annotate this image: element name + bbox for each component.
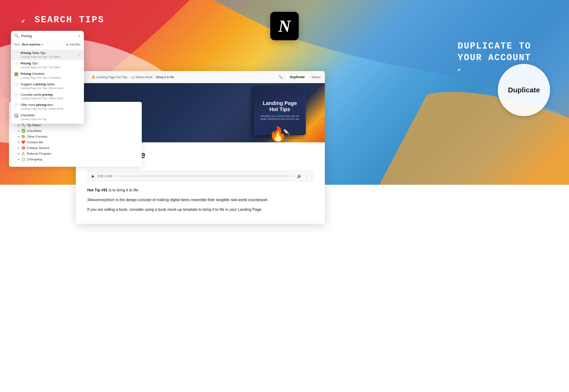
tip-filters-icon: 🔍 bbox=[21, 123, 25, 127]
breadcrumb-separator: / bbox=[154, 75, 155, 79]
breadcrumb-separator: / bbox=[129, 75, 130, 79]
marshmallow-decoration: 🍡 bbox=[283, 129, 290, 135]
sidebar-child-referral-program[interactable]: ▶ 🙏 Referral Program bbox=[16, 151, 140, 156]
search-icon: 🔍 bbox=[14, 34, 19, 38]
result-title: Suggest a pricing option bbox=[21, 83, 81, 86]
checklists-icon: ✅ bbox=[21, 129, 25, 133]
play-button[interactable]: ▶ bbox=[92, 174, 95, 178]
result-content: Consider parity pricing Landing Page Hot… bbox=[21, 93, 81, 100]
search-result-item[interactable]: ☑️ Checklists Landing Page Hot Tips bbox=[11, 112, 84, 122]
chevron-right-icon: ▶ bbox=[18, 158, 20, 161]
body-paragraph-1: Hot Tip #91 is to bring it to life. bbox=[87, 187, 313, 193]
result-title: Pricing Checklist bbox=[21, 72, 81, 76]
search-result-item[interactable]: 📄 Pricing Tips Landing Page Hot Tips / T… bbox=[11, 60, 84, 70]
chevron-right-icon: ▶ bbox=[18, 147, 20, 149]
volume-icon[interactable]: 🔊 bbox=[297, 174, 302, 178]
duplicate-button[interactable]: Duplicate bbox=[285, 73, 309, 81]
audio-progress-bar[interactable] bbox=[115, 176, 294, 176]
result-title: Pricing Table Tips bbox=[21, 51, 81, 55]
contact-me-label: Contact Me bbox=[27, 140, 43, 144]
contact-me-icon: ❤️ bbox=[21, 140, 25, 144]
browser-actions: 🔍 Duplicate Notion bbox=[278, 73, 321, 81]
result-path: Landing Page Hot Tips / Notion Book bbox=[21, 107, 81, 110]
referral-program-label: Referral Program bbox=[27, 152, 51, 155]
result-icon: ☑️ bbox=[14, 114, 18, 117]
result-title: Consider parity pricing bbox=[21, 93, 81, 97]
critique-service-label: Critique Service bbox=[27, 146, 49, 150]
breadcrumb: 🔥 Landing Page Hot Tips / 📖 Notion Book … bbox=[91, 75, 276, 79]
result-content: Pricing Tips Landing Page Hot Tips / Tip… bbox=[21, 62, 81, 69]
sidebar-child-critique-service[interactable]: ▶ 🎯 Critique Service bbox=[16, 145, 140, 151]
search-input-row: 🔍 ✕ bbox=[11, 31, 84, 41]
result-path: Landing Page Hot Tips / Tip Filters bbox=[21, 66, 81, 69]
result-title: Offer more pricing tiers bbox=[21, 103, 81, 107]
search-result-item[interactable]: 🟩 Pricing Checklist Landing Page Hot Tip… bbox=[11, 70, 84, 81]
body-paragraph-2: Skeuomorphism is the design concept of m… bbox=[87, 196, 313, 203]
duplicate-circle-text: Duplicate bbox=[508, 86, 540, 94]
breadcrumb-home[interactable]: 🔥 Landing Page Hot Tips bbox=[91, 75, 127, 79]
add-filter-button[interactable]: ⊕ Add filter bbox=[66, 43, 81, 46]
result-icon: 📄 bbox=[14, 83, 18, 86]
search-result-item[interactable]: 📄 Offer more pricing tiers Landing Page … bbox=[11, 101, 84, 112]
browser-search-icon[interactable]: 🔍 bbox=[278, 75, 283, 79]
sidebar-child-checklists[interactable]: ▶ ✅ Checklists bbox=[16, 128, 140, 134]
search-results-list: 📄 Pricing Table Tips Landing Page Hot Ti… bbox=[11, 48, 84, 124]
skeuomorphism-italic: Skeuomorphism bbox=[87, 198, 115, 202]
sidebar-child-other-formats[interactable]: ▶ 🎨 Other Formats bbox=[16, 134, 140, 139]
referral-program-icon: 🙏 bbox=[21, 152, 25, 155]
search-result-item[interactable]: 📄 Consider parity pricing Landing Page H… bbox=[11, 91, 84, 102]
notion-logo: N bbox=[270, 12, 299, 40]
notion-badge: Notion bbox=[311, 75, 321, 79]
result-icon: 📄 bbox=[14, 93, 18, 97]
audio-player: ▶ 0:00 / 0:00 🔊 ⋮ bbox=[87, 170, 313, 182]
notion-browser-bar: ← → 🔥 Landing Page Hot Tips / 📖 Notion B… bbox=[76, 71, 325, 83]
result-path: Landing Page Hot Tips / Tip Filters bbox=[21, 56, 81, 58]
page-body: Hot Tip #91 is to bring it to life. Skeu… bbox=[87, 187, 313, 213]
result-content: Offer more pricing tiers Landing Page Ho… bbox=[21, 103, 81, 110]
search-clear-icon[interactable]: ✕ bbox=[78, 34, 81, 38]
other-formats-icon: 🎨 bbox=[21, 135, 25, 138]
checklists-label: Checklists bbox=[27, 129, 42, 133]
search-panel: 🔍 ✕ Sort : Best matches ▾ ⊕ Add filter 📄… bbox=[11, 31, 84, 124]
sidebar-child-changelog[interactable]: ▶ 📋 Changelog bbox=[16, 156, 140, 162]
duplicate-circle-button[interactable]: Duplicate bbox=[498, 64, 550, 116]
breadcrumb-current: Bring it to life bbox=[156, 75, 174, 79]
enter-icon: ↵ bbox=[78, 53, 81, 56]
book-subtitle: Strengthen your Landing Pages with 100 d… bbox=[258, 115, 301, 121]
body-paragraph-3: If you are selling a book, consider usin… bbox=[87, 206, 313, 213]
sort-label: Sort : Best matches ▾ bbox=[14, 43, 43, 46]
tip-filters-label: Tip Filters bbox=[27, 123, 41, 127]
search-input[interactable] bbox=[21, 34, 76, 38]
chevron-right-icon: ▶ bbox=[18, 152, 20, 155]
result-path: Landing Page Hot Tips / Checklists bbox=[21, 76, 81, 79]
result-icon: 📄 bbox=[14, 51, 18, 55]
search-tips-label: ↙ SEARCH TIPS bbox=[21, 15, 104, 25]
critique-service-icon: 🎯 bbox=[21, 146, 25, 150]
chevron-right-icon: ▶ bbox=[18, 135, 20, 138]
result-path: Landing Page Hot Tips bbox=[21, 118, 81, 121]
result-path: Landing Page Hot Tips / Notion Book bbox=[21, 97, 81, 100]
hot-tip-bold: Hot Tip #91 bbox=[87, 188, 108, 192]
breadcrumb-book[interactable]: 📖 Notion Book bbox=[131, 75, 152, 79]
changelog-icon: 📋 bbox=[21, 157, 25, 161]
search-result-item[interactable]: 📄 Pricing Table Tips Landing Page Hot Ti… bbox=[11, 50, 84, 60]
add-filter-icon: ⊕ bbox=[66, 43, 69, 46]
search-result-item[interactable]: 📄 Suggest a pricing option Landing Page … bbox=[11, 81, 84, 91]
result-path: Landing Page Hot Tips / Notion Book bbox=[21, 87, 81, 90]
result-title: Pricing Tips bbox=[21, 62, 81, 66]
audio-menu-icon[interactable]: ⋮ bbox=[305, 173, 309, 179]
result-title: Checklists bbox=[21, 113, 81, 117]
book-title: Landing PageHot Tips bbox=[263, 100, 297, 113]
result-icon: 📄 bbox=[14, 62, 18, 66]
sidebar-child-contact-me[interactable]: ▶ ❤️ Contact Me bbox=[16, 139, 140, 145]
chevron-right-icon: ▶ bbox=[18, 141, 20, 143]
chevron-right-icon: ▶ bbox=[18, 129, 20, 132]
result-content: Pricing Table Tips Landing Page Hot Tips… bbox=[21, 51, 81, 58]
other-formats-label: Other Formats bbox=[27, 135, 47, 138]
chevron-right-icon: ▶ bbox=[18, 124, 20, 126]
notion-logo-letter: N bbox=[278, 16, 291, 36]
result-content: Suggest a pricing option Landing Page Ho… bbox=[21, 83, 81, 90]
result-content: Checklists Landing Page Hot Tips bbox=[21, 113, 81, 121]
result-icon: 🟩 bbox=[14, 72, 18, 76]
forward-arrow-icon[interactable]: → bbox=[85, 75, 89, 79]
